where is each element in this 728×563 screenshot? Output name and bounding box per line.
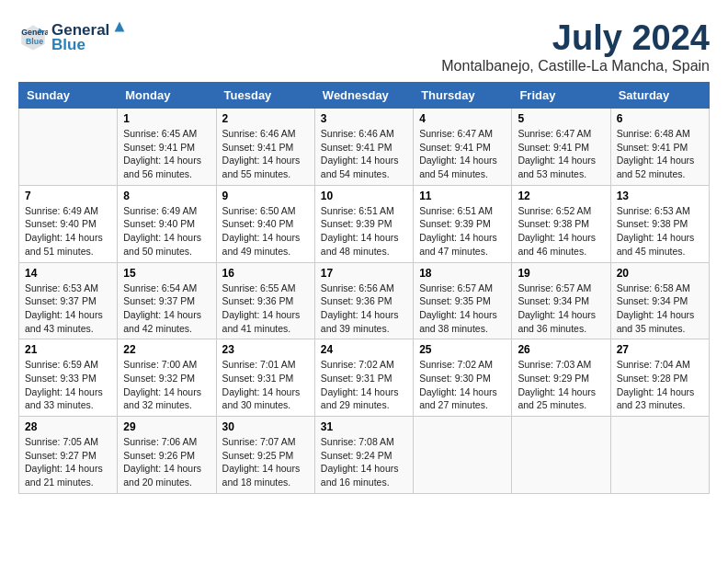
- cell-content: Sunrise: 6:55 AM Sunset: 9:36 PM Dayligh…: [222, 282, 309, 336]
- calendar-cell: 9Sunrise: 6:50 AM Sunset: 9:40 PM Daylig…: [216, 185, 314, 262]
- calendar-cell: 31Sunrise: 7:08 AM Sunset: 9:24 PM Dayli…: [314, 417, 413, 494]
- cell-content: Sunrise: 7:03 AM Sunset: 9:29 PM Dayligh…: [518, 358, 604, 412]
- day-header-saturday: Saturday: [610, 83, 709, 109]
- calendar-cell: 1Sunrise: 6:45 AM Sunset: 9:41 PM Daylig…: [118, 109, 216, 186]
- cell-content: Sunrise: 7:04 AM Sunset: 9:28 PM Dayligh…: [617, 358, 703, 412]
- cell-content: Sunrise: 7:00 AM Sunset: 9:32 PM Dayligh…: [123, 358, 210, 412]
- day-number: 16: [222, 267, 309, 280]
- week-row-4: 21Sunrise: 6:59 AM Sunset: 9:33 PM Dayli…: [19, 339, 710, 417]
- day-number: 30: [222, 420, 309, 433]
- day-number: 25: [419, 343, 506, 356]
- location-subtitle: Montalbanejo, Castille-La Mancha, Spain: [441, 58, 710, 75]
- cell-content: Sunrise: 6:57 AM Sunset: 9:34 PM Dayligh…: [518, 282, 604, 336]
- calendar-cell: 6Sunrise: 6:48 AM Sunset: 9:41 PM Daylig…: [610, 109, 709, 186]
- day-number: 2: [222, 112, 309, 125]
- day-number: 29: [123, 420, 210, 433]
- calendar-cell: 21Sunrise: 6:59 AM Sunset: 9:33 PM Dayli…: [19, 339, 118, 417]
- cell-content: Sunrise: 6:48 AM Sunset: 9:41 PM Dayligh…: [617, 127, 703, 181]
- day-header-friday: Friday: [512, 83, 610, 109]
- cell-content: Sunrise: 6:56 AM Sunset: 9:36 PM Dayligh…: [321, 282, 407, 336]
- svg-marker-4: [115, 22, 125, 32]
- calendar-cell: 19Sunrise: 6:57 AM Sunset: 9:34 PM Dayli…: [512, 262, 610, 339]
- week-row-1: 1Sunrise: 6:45 AM Sunset: 9:41 PM Daylig…: [19, 109, 710, 186]
- cell-content: Sunrise: 6:46 AM Sunset: 9:41 PM Dayligh…: [321, 127, 407, 181]
- cell-content: Sunrise: 7:01 AM Sunset: 9:31 PM Dayligh…: [222, 358, 309, 412]
- day-number: 8: [123, 190, 210, 202]
- cell-content: Sunrise: 6:51 AM Sunset: 9:39 PM Dayligh…: [321, 204, 407, 259]
- calendar-cell: [610, 417, 709, 494]
- day-number: 26: [518, 343, 604, 356]
- cell-content: Sunrise: 6:52 AM Sunset: 9:38 PM Dayligh…: [518, 204, 604, 259]
- calendar-cell: 25Sunrise: 7:02 AM Sunset: 9:30 PM Dayli…: [414, 339, 512, 417]
- day-number: 20: [617, 267, 703, 280]
- day-header-sunday: Sunday: [19, 83, 118, 109]
- cell-content: Sunrise: 6:50 AM Sunset: 9:40 PM Dayligh…: [222, 204, 309, 259]
- day-number: 28: [25, 420, 111, 433]
- calendar-cell: [414, 417, 512, 494]
- calendar-cell: 23Sunrise: 7:01 AM Sunset: 9:31 PM Dayli…: [216, 339, 314, 417]
- calendar-cell: 28Sunrise: 7:05 AM Sunset: 9:27 PM Dayli…: [19, 417, 118, 494]
- calendar-cell: 4Sunrise: 6:47 AM Sunset: 9:41 PM Daylig…: [414, 109, 512, 186]
- calendar-cell: 8Sunrise: 6:49 AM Sunset: 9:40 PM Daylig…: [118, 185, 216, 262]
- week-row-5: 28Sunrise: 7:05 AM Sunset: 9:27 PM Dayli…: [19, 417, 710, 494]
- cell-content: Sunrise: 7:02 AM Sunset: 9:30 PM Dayligh…: [419, 358, 506, 412]
- day-number: 27: [617, 343, 703, 356]
- cell-content: Sunrise: 7:02 AM Sunset: 9:31 PM Dayligh…: [321, 358, 407, 412]
- cell-content: Sunrise: 7:06 AM Sunset: 9:26 PM Dayligh…: [123, 435, 210, 489]
- day-number: 22: [123, 343, 210, 356]
- day-number: 23: [222, 343, 309, 356]
- calendar-cell: 17Sunrise: 6:56 AM Sunset: 9:36 PM Dayli…: [314, 262, 413, 339]
- week-row-3: 14Sunrise: 6:53 AM Sunset: 9:37 PM Dayli…: [19, 262, 710, 339]
- day-number: 11: [419, 190, 506, 202]
- cell-content: Sunrise: 6:54 AM Sunset: 9:37 PM Dayligh…: [123, 282, 210, 336]
- calendar-cell: [19, 109, 118, 186]
- day-header-wednesday: Wednesday: [314, 83, 413, 109]
- day-number: 12: [518, 190, 604, 202]
- day-number: 18: [419, 267, 506, 280]
- week-row-2: 7Sunrise: 6:49 AM Sunset: 9:40 PM Daylig…: [19, 185, 710, 262]
- cell-content: Sunrise: 7:07 AM Sunset: 9:25 PM Dayligh…: [222, 435, 309, 489]
- calendar-cell: 29Sunrise: 7:06 AM Sunset: 9:26 PM Dayli…: [118, 417, 216, 494]
- day-header-tuesday: Tuesday: [216, 83, 314, 109]
- calendar-cell: 18Sunrise: 6:57 AM Sunset: 9:35 PM Dayli…: [414, 262, 512, 339]
- cell-content: Sunrise: 6:45 AM Sunset: 9:41 PM Dayligh…: [123, 127, 210, 181]
- calendar-cell: 24Sunrise: 7:02 AM Sunset: 9:31 PM Dayli…: [314, 339, 413, 417]
- cell-content: Sunrise: 7:08 AM Sunset: 9:24 PM Dayligh…: [321, 435, 407, 489]
- day-number: 4: [419, 112, 506, 125]
- day-number: 3: [321, 112, 407, 125]
- day-number: 7: [25, 190, 111, 202]
- month-title: July 2024: [441, 18, 710, 58]
- cell-content: Sunrise: 6:53 AM Sunset: 9:37 PM Dayligh…: [25, 282, 111, 336]
- day-number: 31: [321, 420, 407, 433]
- svg-text:Blue: Blue: [26, 37, 43, 46]
- day-number: 21: [25, 343, 111, 356]
- cell-content: Sunrise: 6:46 AM Sunset: 9:41 PM Dayligh…: [222, 127, 309, 181]
- page-header: General Blue General Blue July 2024 Mont…: [18, 18, 710, 75]
- cell-content: Sunrise: 6:59 AM Sunset: 9:33 PM Dayligh…: [25, 358, 111, 412]
- cell-content: Sunrise: 6:49 AM Sunset: 9:40 PM Dayligh…: [25, 204, 111, 259]
- day-number: 19: [518, 267, 604, 280]
- cell-content: Sunrise: 6:49 AM Sunset: 9:40 PM Dayligh…: [123, 204, 210, 259]
- calendar-cell: 2Sunrise: 6:46 AM Sunset: 9:41 PM Daylig…: [216, 109, 314, 186]
- logo: General Blue General Blue: [18, 18, 128, 54]
- calendar-cell: 13Sunrise: 6:53 AM Sunset: 9:38 PM Dayli…: [610, 185, 709, 262]
- day-header-thursday: Thursday: [414, 83, 512, 109]
- day-header-monday: Monday: [118, 83, 216, 109]
- day-number: 13: [617, 190, 703, 202]
- svg-text:General: General: [21, 28, 48, 37]
- calendar-cell: 10Sunrise: 6:51 AM Sunset: 9:39 PM Dayli…: [314, 185, 413, 262]
- logo-icon: General Blue: [18, 22, 48, 52]
- day-number: 9: [222, 190, 309, 202]
- cell-content: Sunrise: 6:57 AM Sunset: 9:35 PM Dayligh…: [419, 282, 506, 336]
- cell-content: Sunrise: 6:47 AM Sunset: 9:41 PM Dayligh…: [518, 127, 604, 181]
- calendar-cell: 11Sunrise: 6:51 AM Sunset: 9:39 PM Dayli…: [414, 185, 512, 262]
- day-number: 15: [123, 267, 210, 280]
- calendar-cell: 26Sunrise: 7:03 AM Sunset: 9:29 PM Dayli…: [512, 339, 610, 417]
- calendar-cell: 16Sunrise: 6:55 AM Sunset: 9:36 PM Dayli…: [216, 262, 314, 339]
- day-number: 14: [25, 267, 111, 280]
- cell-content: Sunrise: 6:51 AM Sunset: 9:39 PM Dayligh…: [419, 204, 506, 259]
- cell-content: Sunrise: 6:58 AM Sunset: 9:34 PM Dayligh…: [617, 282, 703, 336]
- calendar-cell: 3Sunrise: 6:46 AM Sunset: 9:41 PM Daylig…: [314, 109, 413, 186]
- day-number: 6: [617, 112, 703, 125]
- calendar-cell: 12Sunrise: 6:52 AM Sunset: 9:38 PM Dayli…: [512, 185, 610, 262]
